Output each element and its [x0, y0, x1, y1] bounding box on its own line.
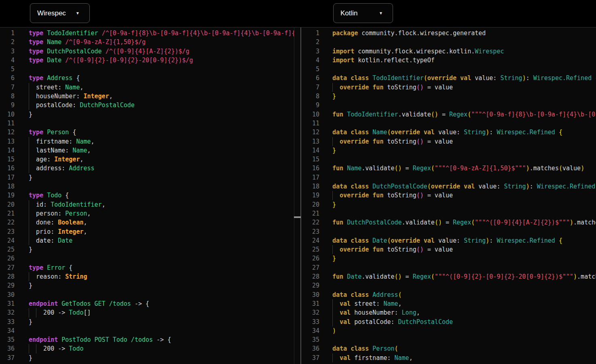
token-t: Wirespec.Refined	[497, 129, 555, 136]
wirespec-source-editor[interactable]: 1type TodoIdentifier /^[0-9a-f]{8}\b-[0-…	[0, 28, 294, 364]
code-line: 10fun TodoIdentifier.validate() = Regex(…	[301, 110, 596, 119]
token-t: Name	[65, 84, 80, 91]
token-t: Name	[372, 129, 387, 136]
code-text: val firstname: Name,	[332, 353, 413, 362]
indent-guide	[29, 227, 29, 236]
code-line: 4import kotlin.reflect.typeOf	[301, 56, 596, 65]
code-line: 26	[0, 254, 294, 263]
line-number: 35	[301, 335, 319, 344]
line-number: 29	[0, 281, 15, 290]
token-pl: street:	[354, 300, 383, 307]
line-number: 16	[0, 164, 15, 173]
indent-guide	[29, 146, 29, 155]
token-t: Todo	[69, 309, 83, 316]
token-kw: override fun	[340, 138, 387, 145]
token-pl: value:	[438, 237, 464, 244]
code-line: 37 val firstname: Name,	[301, 353, 596, 362]
code-line: 16 address: Address	[0, 164, 294, 173]
token-b1: )	[526, 165, 530, 172]
source-language-selector[interactable]: Wirespec ▼	[30, 3, 90, 23]
indent-guide	[332, 137, 333, 146]
code-line: 15	[301, 155, 596, 164]
code-text: date: Date	[29, 236, 72, 245]
token-pl: ,	[87, 210, 91, 217]
code-text: }	[332, 254, 336, 263]
token-pl: ,	[109, 93, 113, 100]
line-number: 19	[0, 191, 15, 200]
token-pl: }	[29, 111, 32, 118]
token-t: TodoIdentifier	[347, 111, 398, 118]
line-number: 29	[301, 281, 319, 290]
token-pl: community.flock.wirespec.kotlin.	[358, 48, 475, 55]
token-t: Date	[47, 57, 65, 64]
token-t: String	[464, 129, 486, 136]
token-kw: package	[332, 30, 361, 37]
token-pl: houseNumber:	[354, 309, 402, 316]
token-b1: ()	[435, 219, 442, 226]
token-b1: {	[559, 237, 562, 244]
token-b1: (	[431, 165, 435, 172]
code-line: 30	[0, 290, 294, 299]
code-text: 200 -> Todo	[29, 344, 83, 353]
token-kw: override val	[391, 129, 438, 136]
code-text: override fun toString() = value	[332, 245, 453, 254]
token-pl	[592, 74, 595, 82]
token-kw: val	[340, 354, 354, 362]
code-text: fun Name.validate() = Regex("""^[0-9a-zA…	[332, 164, 584, 173]
code-line: 29	[301, 281, 596, 290]
line-number: 15	[0, 155, 15, 164]
code-line: 25}	[0, 245, 294, 254]
token-t: Todo	[69, 345, 83, 352]
code-text: data class DutchPostalCode(override val …	[332, 182, 596, 191]
line-number: 24	[0, 236, 15, 245]
token-pl: {	[76, 74, 80, 82]
token-kw: fun	[332, 273, 347, 280]
chevron-down-icon: ▼	[76, 11, 80, 15]
indent-guide	[332, 83, 333, 92]
token-kw: type	[29, 129, 47, 136]
code-line: 26}	[301, 254, 596, 263]
token-pl: .validate	[361, 165, 394, 172]
line-number: 6	[301, 74, 319, 83]
chevron-down-icon: ▼	[379, 11, 383, 15]
code-line: 30data class Address(	[301, 290, 596, 299]
code-text: done: Boolean,	[29, 218, 87, 227]
code-text: type TodoIdentifier /^[0-9a-f]{8}\b-[0-9…	[29, 29, 294, 38]
token-kw: override fun	[340, 246, 387, 253]
token-pl: value	[562, 165, 581, 172]
token-b1: )	[522, 74, 526, 82]
token-pl	[555, 237, 559, 244]
target-language-selector[interactable]: Kotlin ▼	[333, 3, 393, 23]
token-rx: /^[0-9a-f]{8}\b-[0-9a-f]{4}\b-[0-9a-f]{4…	[102, 30, 294, 37]
code-line: 35	[301, 335, 596, 344]
token-pl	[555, 129, 559, 136]
line-number: 6	[0, 74, 15, 83]
divider-drag-handle[interactable]	[294, 216, 301, 218]
kotlin-output-editor[interactable]: 1package community.flock.wirespec.genera…	[301, 28, 596, 364]
token-b1: }	[332, 93, 336, 100]
code-text: val postalCode: DutchPostalCode	[332, 317, 453, 326]
token-pl: done:	[29, 219, 58, 226]
token-b1: (	[431, 273, 435, 280]
code-text: type Error {	[29, 263, 72, 272]
token-b1: (	[387, 237, 391, 244]
token-rx: /^[0-9a-zA-Z]{1,50}$/g	[65, 38, 146, 46]
token-t: Wirespec.Refined	[537, 183, 596, 190]
line-number: 17	[0, 173, 15, 182]
token-pl: toString	[387, 84, 416, 91]
token-pl: person:	[29, 210, 65, 217]
token-t: Person	[65, 210, 87, 217]
code-line: 37}	[0, 353, 294, 362]
token-kw: override val	[427, 74, 475, 82]
code-line: 18	[0, 182, 294, 191]
token-b2: ()	[416, 138, 424, 145]
code-text: override fun toString() = value	[332, 83, 453, 92]
token-pl: -> {	[156, 336, 171, 343]
line-number: 13	[0, 137, 15, 146]
line-number: 18	[301, 182, 319, 191]
code-line: 28fun Date.validate() = Regex("""^([0-9]…	[301, 272, 596, 281]
code-line: 22fun DutchPostalCode.validate() = Regex…	[301, 218, 596, 227]
indent-guide	[29, 218, 29, 227]
token-pr: Integer	[83, 93, 109, 100]
token-t: Name	[72, 147, 87, 154]
